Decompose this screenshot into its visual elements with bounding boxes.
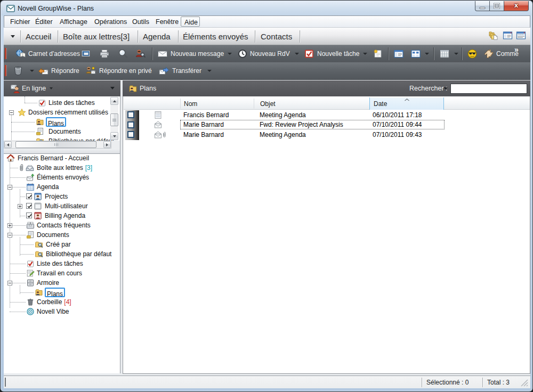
- tree-item-accueil[interactable]: Francis Bernard - Accueil: [4, 153, 120, 163]
- tree-item-corbeille[interactable]: Corbeille[4]: [4, 297, 120, 307]
- tab-agenda[interactable]: Agenda: [143, 32, 171, 41]
- address-book-button[interactable]: Carnet d'adresses: [28, 50, 80, 58]
- reply-icon[interactable]: [38, 66, 49, 76]
- new-message-icon[interactable]: [157, 48, 168, 59]
- tree-item-contacts-frequents[interactable]: Contacts fréquents: [4, 220, 120, 230]
- panel-view-icon[interactable]: [503, 30, 513, 40]
- tree-item-liste-des-taches[interactable]: Liste des tâches: [4, 259, 120, 268]
- column-date[interactable]: Date: [369, 97, 444, 110]
- menu-affichage[interactable]: Affichage: [60, 18, 87, 26]
- column-objet[interactable]: Objet: [260, 100, 276, 108]
- panel-window-icon[interactable]: [393, 48, 404, 59]
- new-task-icon[interactable]: [304, 48, 314, 59]
- new-appointment-button[interactable]: Nouveau RdV: [250, 50, 290, 58]
- new-appointment-dropdown[interactable]: [295, 53, 299, 55]
- maximize-button[interactable]: [489, 1, 504, 11]
- scroll-thumb[interactable]: [15, 141, 96, 148]
- notify-icon[interactable]: [467, 48, 478, 59]
- expand-expander[interactable]: [7, 223, 12, 228]
- address-book-icon[interactable]: [15, 48, 26, 59]
- message-row-selected[interactable]: Marie Barnard Fwd: Review Project Analys…: [123, 120, 530, 130]
- new-appointment-icon[interactable]: [237, 48, 248, 59]
- calendar-view-dropdown[interactable]: [454, 53, 458, 55]
- scroll-down-button[interactable]: [110, 132, 118, 140]
- tree-item-cree-par[interactable]: Créé par: [4, 240, 120, 249]
- tree-item-bibliotheque-recent[interactable]: Bibliothèque par défaut: [4, 136, 120, 141]
- collapse-expander[interactable]: [7, 281, 12, 285]
- tree-item-bibliotheque[interactable]: Bibliothèque par défaut: [4, 249, 120, 259]
- online-mode-dropdown[interactable]: [50, 87, 53, 89]
- panel-splitter[interactable]: [4, 149, 120, 153]
- tree-item-elements-envoyes[interactable]: Éléments envoyés: [4, 173, 120, 182]
- calendar-view-icon[interactable]: [439, 48, 450, 59]
- tree-item-liste-des-taches[interactable]: Liste des tâches: [4, 98, 120, 108]
- tree-item-plans-recent[interactable]: Plans: [4, 117, 120, 127]
- menu-outils[interactable]: Outils: [132, 18, 149, 26]
- new-task-dropdown[interactable]: [363, 53, 367, 55]
- printer-icon[interactable]: [99, 48, 110, 59]
- delete-icon[interactable]: [13, 66, 23, 76]
- scroll-up-button[interactable]: [110, 97, 118, 105]
- delete-dropdown[interactable]: [30, 70, 34, 72]
- calendar-checkbox[interactable]: [26, 213, 32, 218]
- collapse-expander[interactable]: [7, 233, 12, 238]
- tree-item-boite-aux-lettres[interactable]: Boîte aux lettres[3]: [4, 163, 120, 173]
- panel-menu-dropdown[interactable]: [110, 87, 115, 89]
- toolbar-overflow-chevron[interactable]: »: [514, 45, 519, 54]
- scroll-thumb[interactable]: [110, 113, 118, 126]
- menu-fichier[interactable]: Fichier: [10, 18, 30, 26]
- menu-aide[interactable]: Aide: [181, 17, 200, 27]
- forward-icon[interactable]: [159, 66, 169, 76]
- tab-elements-envoyes[interactable]: Éléments envoyés: [183, 32, 248, 41]
- tree-item-novell-vibe[interactable]: Novell Vibe: [4, 307, 120, 316]
- message-row[interactable]: Francis Bernard Meeting Agenda 06/10/201…: [123, 110, 530, 120]
- new-note-icon[interactable]: [373, 48, 383, 59]
- find-user-icon[interactable]: [135, 48, 146, 59]
- tab-contacts[interactable]: Contacts: [261, 32, 292, 41]
- panel-grid-icon[interactable]: [410, 48, 421, 59]
- title-bar[interactable]: Novell GroupWise - Plans x: [1, 1, 532, 15]
- toolbar-grip[interactable]: [5, 48, 6, 59]
- reply-private-icon[interactable]: [85, 66, 96, 76]
- tab-accueil[interactable]: Accueil: [26, 32, 51, 41]
- reply-button[interactable]: Répondre: [51, 67, 79, 75]
- online-mode-header[interactable]: En ligne: [4, 80, 120, 96]
- new-message-dropdown[interactable]: [228, 53, 232, 55]
- grid-view-icon[interactable]: [516, 30, 526, 40]
- tree-item-billing-agenda[interactable]: Billing Agenda: [4, 211, 120, 220]
- minitree-horizontal-scrollbar[interactable]: [4, 141, 111, 149]
- new-task-button[interactable]: Nouvelle tâche: [317, 50, 359, 58]
- search-input[interactable]: [450, 84, 527, 94]
- search-dropdown[interactable]: [443, 87, 448, 89]
- menu-fenetre[interactable]: Fenêtre: [156, 18, 179, 26]
- toolbar-grip[interactable]: [5, 65, 6, 76]
- tree-item-dossiers-recents[interactable]: Dossiers récemment utilisés: [4, 108, 120, 117]
- collapse-expander[interactable]: [7, 185, 12, 190]
- scroll-left-button[interactable]: [4, 141, 12, 148]
- tree-item-travail-en-cours[interactable]: Travail en cours: [4, 268, 120, 278]
- menu-operations[interactable]: Opérations: [94, 18, 127, 26]
- panel-grid-dropdown[interactable]: [425, 53, 429, 55]
- expand-expander[interactable]: [18, 204, 22, 209]
- scroll-right-button[interactable]: [103, 141, 111, 148]
- new-message-button[interactable]: Nouveau message: [171, 50, 224, 58]
- properties-icon[interactable]: [80, 48, 91, 59]
- close-button[interactable]: x: [504, 1, 529, 11]
- tab-dropdown-button[interactable]: [11, 35, 15, 38]
- resize-grip-icon[interactable]: [519, 378, 528, 387]
- message-row[interactable]: Marie Barnard Meeting Agenda 07/10/2011 …: [123, 130, 530, 140]
- tree-item-projects[interactable]: Projects: [4, 192, 120, 201]
- tree-item-multi-utilisateur[interactable]: Multi-utilisateur: [4, 201, 120, 211]
- forward-dropdown[interactable]: [207, 70, 212, 72]
- tree-item-armoire[interactable]: Armoire: [4, 278, 120, 288]
- reply-private-button[interactable]: Répondre en privé: [99, 67, 152, 75]
- search-icon[interactable]: [118, 48, 128, 59]
- tab-boite-aux-lettres[interactable]: Boîte aux lettres[3]: [63, 32, 130, 41]
- forward-button[interactable]: Transférer: [172, 67, 201, 75]
- folder-list-icon[interactable]: [488, 30, 498, 40]
- minimize-button[interactable]: [475, 1, 490, 11]
- tree-item-documents-recent[interactable]: Documents: [4, 127, 120, 136]
- tree-item-documents[interactable]: Documents: [4, 230, 120, 240]
- calendar-checkbox[interactable]: [26, 193, 32, 199]
- column-nom[interactable]: Nom: [184, 100, 197, 108]
